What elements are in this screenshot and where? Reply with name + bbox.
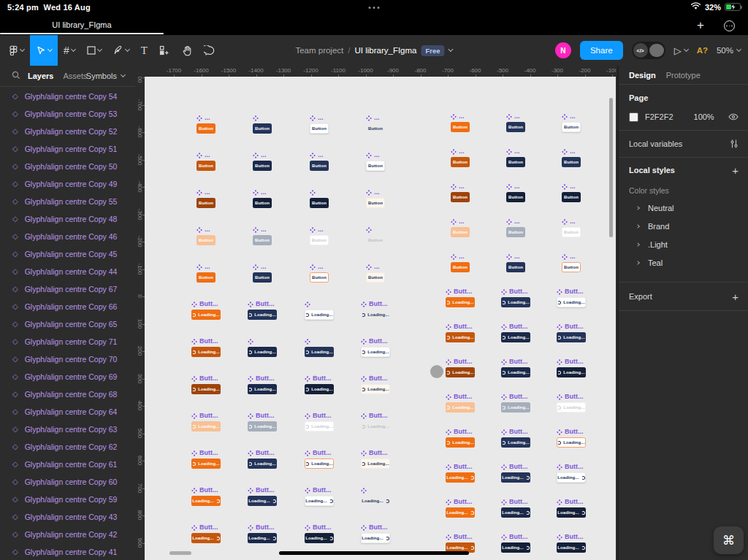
layer-row[interactable]: ◇Glyph/align centre Copy 59 (0, 491, 135, 508)
button-instance[interactable]: Loading... (305, 459, 334, 469)
button-instance[interactable]: Loading... (501, 402, 530, 413)
canvas-button-component[interactable]: Butt...Loading... (248, 449, 277, 469)
layer-row[interactable]: ◇Glyph/align centre Copy 63 (0, 421, 135, 438)
canvas-button-component[interactable]: Butt...Loading... (361, 337, 390, 357)
canvas-button-component[interactable]: Butt...Loading... (501, 358, 530, 377)
layer-row[interactable]: ◇Glyph/align centre Copy 60 (0, 473, 135, 491)
canvas-button-component[interactable]: Loading... (305, 337, 334, 357)
tab-prototype[interactable]: Prototype (666, 71, 701, 80)
button-instance[interactable]: Button (253, 123, 272, 134)
button-instance[interactable]: Loading... (501, 367, 530, 377)
button-instance[interactable]: Button (310, 235, 329, 245)
layer-row[interactable]: ◇Glyph/align centre Copy 67 (0, 280, 135, 298)
canvas-button-component[interactable]: ...Button (310, 114, 329, 134)
canvas-button-component[interactable]: ...Button (196, 188, 215, 208)
layer-row[interactable]: ◇Glyph/align centre Copy 66 (0, 298, 135, 315)
canvas-button-component[interactable]: Butt...Loading... (557, 323, 586, 342)
button-instance[interactable]: Loading... (557, 332, 586, 342)
button-instance[interactable]: Button (253, 272, 272, 283)
layer-row[interactable]: ◇Glyph/align centre Copy 62 (0, 438, 135, 456)
canvas-button-component[interactable]: Butt...Loading... (557, 498, 586, 518)
button-instance[interactable]: Button (451, 122, 470, 132)
canvas-button-component[interactable]: Butt...Loading... (446, 498, 475, 518)
button-instance[interactable]: Loading... (191, 421, 221, 431)
canvas-button-component[interactable]: Butt...Loading... (361, 449, 390, 469)
button-instance[interactable]: Loading... (191, 384, 221, 394)
button-instance[interactable]: Button (451, 262, 470, 272)
button-instance[interactable]: Button (506, 122, 525, 132)
canvas-button-component[interactable]: Loading... (248, 337, 277, 357)
canvas-button-component[interactable]: Butt...Loading... (248, 523, 277, 543)
layer-row[interactable]: ◇Glyph/align centre Copy 45 (0, 245, 135, 263)
canvas-button-component[interactable]: Butt...Loading... (501, 288, 530, 307)
button-instance[interactable]: Loading... (557, 507, 586, 518)
canvas-button-component[interactable]: ...Button (253, 151, 272, 171)
canvas-button-component[interactable]: Butt...Loading... (501, 533, 530, 553)
canvas-button-component[interactable]: Butt...Loading... (557, 533, 586, 553)
layer-row[interactable]: ◇Glyph/align centre Copy 48 (0, 210, 135, 228)
button-instance[interactable]: Button (366, 198, 385, 208)
button-instance[interactable]: Loading... (501, 507, 530, 518)
button-instance[interactable]: Loading... (191, 310, 221, 320)
layer-row[interactable]: ◇Glyph/align centre Copy 54 (0, 88, 135, 105)
canvas-button-component[interactable]: Butt...Loading... (305, 449, 334, 469)
layer-row[interactable]: ◇Glyph/align centre Copy 64 (0, 403, 135, 421)
canvas-button-component[interactable]: ...Button (506, 218, 525, 237)
document-tab[interactable]: UI library_FIgma (0, 20, 164, 29)
button-instance[interactable]: Loading... (501, 542, 530, 553)
button-instance[interactable]: Loading... (446, 437, 475, 448)
layer-row[interactable]: ◇Glyph/align centre Copy 69 (0, 368, 135, 386)
move-tool-button[interactable] (30, 35, 58, 66)
button-instance[interactable]: Loading... (361, 310, 390, 320)
canvas-button-component[interactable]: Butt...Loading... (446, 428, 475, 448)
canvas-button-component[interactable]: Loading... (361, 486, 390, 506)
button-instance[interactable]: Loading... (557, 542, 586, 553)
canvas-button-component[interactable]: Butt...Loading... (248, 375, 277, 394)
layer-row[interactable]: ◇Glyph/align centre Copy 68 (0, 386, 135, 403)
button-instance[interactable]: Loading... (191, 533, 221, 543)
canvas-button-component[interactable]: Butt...Loading... (305, 375, 334, 394)
layer-row[interactable]: ◇Glyph/align centre Copy 49 (0, 175, 135, 193)
canvas-button-component[interactable]: Butt...Loading... (361, 375, 390, 394)
canvas-button-component[interactable]: ...Button (366, 188, 385, 208)
canvas-button-component[interactable]: Loading... (305, 300, 334, 320)
button-instance[interactable]: Loading... (446, 472, 475, 483)
canvas-button-component[interactable]: Butt...Loading... (361, 412, 390, 431)
canvas-button-component[interactable]: Butt...Loading... (501, 323, 530, 342)
multitasking-dots-icon[interactable] (369, 7, 380, 9)
canvas-button-component[interactable]: Butt...Loading... (501, 393, 530, 413)
button-instance[interactable]: Loading... (305, 421, 334, 431)
button-instance[interactable]: Loading... (305, 347, 334, 357)
main-menu-button[interactable] (3, 35, 30, 66)
button-instance[interactable]: Loading... (361, 533, 390, 543)
button-instance[interactable]: Button (562, 157, 581, 167)
canvas-button-component[interactable]: Butt...Loading... (191, 449, 221, 469)
button-instance[interactable]: Loading... (305, 310, 334, 320)
horizontal-scrollbar[interactable] (169, 551, 191, 555)
canvas-button-component[interactable]: Button (366, 226, 385, 245)
layer-row[interactable]: ◇Glyph/align centre Copy 46 (0, 228, 135, 245)
shape-tool-button[interactable] (81, 35, 107, 66)
button-instance[interactable]: Button (196, 235, 215, 245)
canvas-button-component[interactable]: ...Button (366, 151, 385, 171)
canvas-button-component[interactable]: Butt...Loading... (248, 412, 277, 431)
hand-tool-button[interactable] (175, 35, 198, 66)
canvas-button-component[interactable]: ...Button (562, 147, 581, 167)
layer-row[interactable]: ◇Glyph/align centre Copy 43 (0, 508, 135, 526)
layer-row[interactable]: ◇Glyph/align centre Copy 71 (0, 333, 135, 350)
button-instance[interactable]: Loading... (446, 507, 475, 518)
button-instance[interactable]: Button (310, 198, 329, 208)
canvas-button-component[interactable]: Butt...Loading... (191, 375, 221, 394)
canvas-button-component[interactable]: ...Button (562, 183, 581, 202)
layer-row[interactable]: ◇Glyph/align centre Copy 42 (0, 526, 135, 543)
button-instance[interactable]: Loading... (361, 384, 390, 394)
layer-row[interactable]: ◇Glyph/align centre Copy 65 (0, 315, 135, 333)
canvas-button-component[interactable]: Butt...Loading... (501, 498, 530, 518)
canvas-button-component[interactable]: ...Button (562, 253, 581, 272)
dev-mode-toggle[interactable]: </> (632, 42, 665, 59)
canvas-button-component[interactable]: ...Button (253, 188, 272, 208)
button-instance[interactable]: Loading... (446, 332, 475, 342)
button-instance[interactable]: Button (562, 262, 581, 272)
canvas-button-component[interactable]: Butt...Loading... (501, 428, 530, 448)
canvas-button-component[interactable]: ...Button (506, 112, 525, 132)
